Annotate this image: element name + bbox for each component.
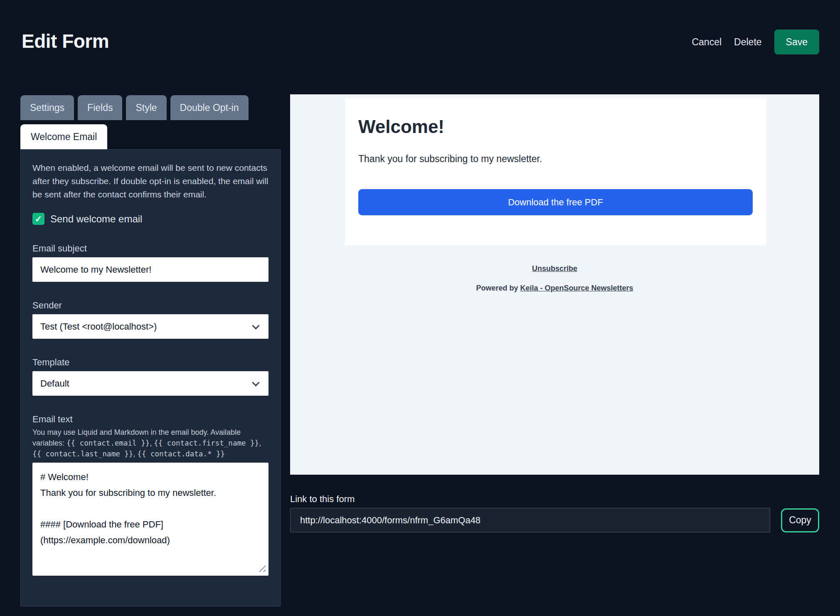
welcome-email-description: When enabled, a welcome email will be se…	[32, 161, 269, 201]
header-actions: Cancel Delete Save	[692, 30, 819, 54]
link-to-form-section: Link to this form Copy	[290, 494, 819, 532]
tab-double-opt-in[interactable]: Double Opt-in	[170, 95, 249, 120]
sender-select[interactable]: Test (Test <root@localhost>)	[32, 314, 269, 339]
email-preview-area: Welcome! Thank you for subscribing to my…	[290, 94, 819, 475]
email-preview-heading: Welcome!	[358, 116, 753, 138]
template-select[interactable]: Default	[32, 371, 269, 396]
welcome-email-panel: When enabled, a welcome email will be se…	[20, 149, 281, 606]
chevron-down-icon	[252, 322, 259, 329]
powered-by-line: Powered by Keila - OpenSource Newsletter…	[290, 284, 819, 293]
link-to-form-label: Link to this form	[290, 494, 819, 505]
email-subject-input[interactable]	[32, 257, 269, 282]
email-text-help-line: You may use Liquid and Markdown in the e…	[32, 428, 209, 436]
download-pdf-button[interactable]: Download the free PDF	[358, 189, 753, 215]
email-text-label: Email text	[32, 414, 269, 425]
unsubscribe-link[interactable]: Unsubscribe	[532, 264, 577, 273]
email-subject-label: Email subject	[32, 243, 269, 254]
form-editor-sidebar: Settings Fields Style Double Opt-in Welc…	[20, 95, 281, 606]
tab-welcome-email[interactable]: Welcome Email	[20, 124, 107, 149]
email-preview-card: Welcome! Thank you for subscribing to my…	[345, 99, 766, 245]
email-text-wrap: # Welcome! Thank you for subscribing to …	[32, 463, 269, 576]
tab-style[interactable]: Style	[126, 95, 166, 120]
send-welcome-email-label: Send welcome email	[50, 213, 142, 225]
save-button[interactable]: Save	[774, 30, 819, 54]
delete-button[interactable]: Delete	[734, 37, 761, 48]
email-preview-body: Thank you for subscribing to my newslett…	[358, 153, 753, 165]
page-title: Edit Form	[22, 30, 109, 52]
variable-code: {{ contact.first_name }}	[154, 439, 259, 447]
form-url-input[interactable]	[290, 508, 770, 532]
copy-button[interactable]: Copy	[781, 508, 819, 532]
variable-code: {{ contact.data.* }}	[137, 450, 225, 458]
email-text-help: You may use Liquid and Markdown in the e…	[32, 427, 269, 459]
send-welcome-email-row[interactable]: ✓ Send welcome email	[32, 213, 269, 225]
variable-code: {{ contact.last_name }}	[32, 450, 133, 458]
powered-by-prefix: Powered by	[476, 284, 520, 292]
template-label: Template	[32, 357, 269, 368]
tab-settings[interactable]: Settings	[20, 95, 74, 120]
edit-form-page: Edit Form Cancel Delete Save Settings Fi…	[0, 0, 840, 616]
tab-bar: Settings Fields Style Double Opt-in	[20, 95, 281, 120]
tab-fields[interactable]: Fields	[78, 95, 122, 120]
variable-code: {{ contact.email }}	[67, 439, 150, 447]
template-select-value: Default	[40, 371, 69, 396]
cancel-button[interactable]: Cancel	[692, 37, 722, 48]
keila-link[interactable]: Keila - OpenSource Newsletters	[520, 284, 633, 292]
email-text-textarea[interactable]: # Welcome! Thank you for subscribing to …	[32, 463, 269, 576]
link-to-form-row: Copy	[290, 508, 819, 532]
check-icon: ✓	[35, 214, 42, 223]
sender-select-value: Test (Test <root@localhost>)	[40, 314, 157, 339]
chevron-down-icon	[252, 379, 259, 386]
unsubscribe-line: Unsubscribe	[290, 264, 819, 273]
send-welcome-email-checkbox[interactable]: ✓	[32, 213, 44, 225]
sender-label: Sender	[32, 300, 269, 311]
